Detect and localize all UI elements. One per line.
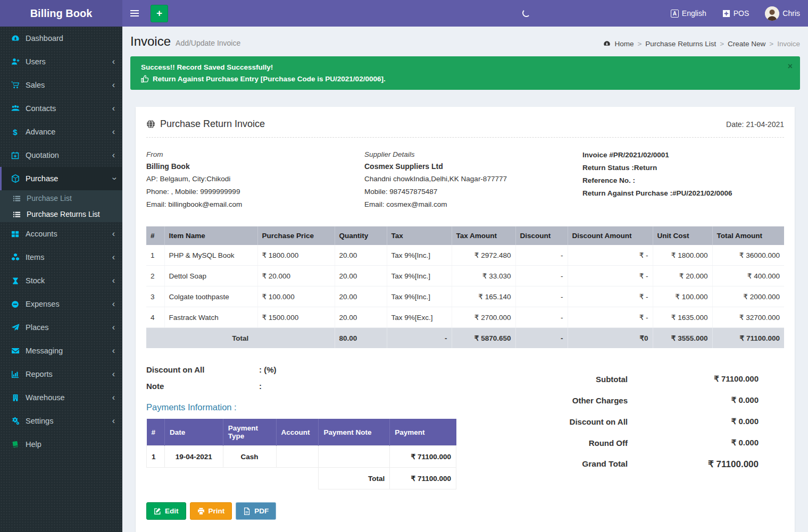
sidebar-item-quotation[interactable]: Quotation ‹ [0, 143, 122, 167]
sidebar-item-places[interactable]: Places ‹ [0, 316, 122, 339]
from-address: AP: Belgaum, City:Chikodi [146, 174, 364, 183]
book-icon [11, 441, 20, 449]
table-row: 1 19-04-2021 Cash ₹ 71100.000 [147, 446, 456, 468]
from-email: Email: billingbook@email.com [146, 200, 364, 209]
supplier-block: Supplier Details Cosmex Suppliers Ltd Ch… [364, 150, 582, 213]
user-name: Chris [782, 9, 800, 18]
chevron-left-icon: ‹ [112, 128, 115, 136]
sidebar-item-sales[interactable]: Sales ‹ [0, 73, 122, 97]
printer-icon [197, 508, 205, 515]
sidebar-item-messaging[interactable]: Messaging ‹ [0, 339, 122, 362]
invoice-parties: From Billing Book AP: Belgaum, City:Chik… [146, 150, 784, 213]
home-icon [603, 40, 611, 47]
print-button[interactable]: Print [190, 502, 232, 520]
summary-row: Subtotal ₹ 71100.000 [547, 368, 759, 390]
table-row: 1 PHP & MySQL Book ₹ 1800.000 20.00 Tax … [146, 245, 784, 266]
user-menu[interactable]: Chris [757, 0, 808, 27]
invoice-card-header: Purchase Return Invoice Date: 21-04-2021 [146, 119, 784, 138]
table-row: 3 Colgate toothpaste ₹ 100.000 20.00 Tax… [146, 286, 784, 307]
table-row: 4 Fastrack Watch ₹ 1500.000 20.00 Tax 9%… [146, 307, 784, 328]
sidebar-item-stock[interactable]: Stock ‹ [0, 269, 122, 292]
sidebar-item-expenses[interactable]: Expenses ‹ [0, 292, 122, 316]
breadcrumb-home[interactable]: Home [614, 40, 634, 48]
chevron-left-icon: ‹ [112, 417, 115, 425]
language-menu[interactable]: A English [663, 0, 714, 27]
loading-spinner-icon [522, 9, 530, 17]
items-table-header-row: # Item Name Purchase Price Quantity Tax … [146, 226, 784, 245]
hourglass-icon [11, 277, 20, 285]
invoice-card: Purchase Return Invoice Date: 21-04-2021… [136, 107, 795, 532]
sidebar-item-reports[interactable]: Reports ‹ [0, 362, 122, 386]
table-row: 2 Dettol Soap ₹ 20.000 20.00 Tax 9%[Inc.… [146, 266, 784, 286]
bar-chart-icon [11, 370, 20, 378]
sidebar-item-purchase[interactable]: Purchase ‹ [0, 167, 122, 190]
chevron-left-icon: ‹ [112, 347, 115, 355]
totals-summary: Subtotal ₹ 71100.000 Other Charges ₹ 0.0… [547, 365, 784, 520]
file-pdf-icon [243, 508, 251, 515]
pdf-button[interactable]: PDF [236, 502, 276, 520]
payments-heading: Payments Information : [146, 402, 547, 412]
sidebar-item-settings[interactable]: Settings ‹ [0, 409, 122, 433]
sidebar-item-accounts[interactable]: Accounts ‹ [0, 222, 122, 246]
close-icon[interactable]: × [788, 62, 793, 71]
supplier-email: Email: cosmex@mail.com [364, 200, 582, 209]
paper-plane-icon [11, 323, 20, 332]
breadcrumb-create-new[interactable]: Create New [728, 40, 765, 48]
note-row: Note : [146, 382, 547, 391]
sidebar-item-purchase-list[interactable]: Purchase List [0, 190, 122, 206]
quick-add-button[interactable]: + [151, 5, 168, 22]
from-name: Billing Book [146, 162, 364, 171]
chevron-left-icon: ‹ [112, 370, 115, 378]
edit-button[interactable]: Edit [146, 502, 186, 520]
edit-icon [154, 508, 161, 515]
sidebar-item-warehouse[interactable]: Warehouse ‹ [0, 386, 122, 409]
items-table: # Item Name Purchase Price Quantity Tax … [146, 226, 784, 348]
grid-icon [11, 230, 20, 238]
return-status: Return Status :Return [582, 163, 784, 172]
chevron-left-icon: ‹ [112, 323, 115, 332]
navbar: + A English POS Chris [122, 0, 808, 27]
breadcrumb: Home > Purchase Returns List > Create Ne… [603, 36, 800, 48]
chevron-left-icon: ‹ [112, 81, 115, 89]
breadcrumb-purchase-returns-list[interactable]: Purchase Returns List [645, 40, 716, 48]
pos-button[interactable]: POS [714, 0, 757, 27]
page-title: Invoice [130, 34, 171, 49]
discount-on-all-row: Discount on All : (%) [146, 365, 547, 374]
language-icon: A [671, 10, 679, 18]
gears-icon [11, 417, 20, 425]
sidebar-item-contacts[interactable]: Contacts ‹ [0, 97, 122, 120]
envelope-icon [11, 347, 20, 355]
chevron-left-icon: ‹ [112, 300, 115, 308]
cart-icon [11, 81, 20, 89]
supplier-address: Chandni chowkIndia,Delhi,KK Nagar-877777 [364, 174, 582, 183]
invoice-number: Invoice #PR/2021/02/0001 [582, 150, 784, 159]
cubes-icon [11, 253, 20, 261]
sidebar-item-items[interactable]: Items ‹ [0, 246, 122, 269]
sidebar-item-dashboard[interactable]: Dashboard [0, 27, 122, 50]
thumbs-up-icon [141, 75, 149, 83]
summary-row: Discount on All ₹ 0.000 [547, 411, 759, 432]
brand-logo[interactable]: Billing Book [0, 0, 122, 27]
sidebar-item-help[interactable]: Help [0, 433, 122, 456]
avatar [765, 6, 779, 21]
chevron-left-icon: ‹ [112, 57, 115, 66]
summary-row: Round Off ₹ 0.000 [547, 432, 759, 453]
sidebar-toggle-button[interactable] [122, 0, 147, 27]
top-bar: Billing Book + A English POS Chris [0, 0, 808, 27]
payments-section: Discount on All : (%) Note : Payments In… [146, 365, 547, 520]
sidebar-item-purchase-returns-list[interactable]: Purchase Returns List [0, 206, 122, 222]
items-table-total-row: Total 80.00 - ₹ 5870.650 - ₹0 ₹ 3555.000… [146, 328, 784, 349]
list-icon [13, 210, 21, 218]
chevron-left-icon: ‹ [112, 151, 115, 159]
list-icon [13, 195, 21, 202]
minus-circle-icon [11, 300, 20, 308]
payments-total-row: Total ₹ 71100.000 [147, 468, 456, 489]
chevron-left-icon: ‹ [112, 393, 115, 402]
page-subtitle: Add/Update Invoice [176, 36, 240, 47]
payments-header-row: # Date Payment Type Account Payment Note… [147, 419, 456, 446]
sidebar-item-advance[interactable]: $ Advance ‹ [0, 120, 122, 143]
sidebar-item-users[interactable]: Users ‹ [0, 50, 122, 73]
sidebar: Dashboard Users ‹ Sales ‹ Contacts ‹ $ A… [0, 27, 122, 532]
navbar-right: A English POS Chris [663, 0, 808, 27]
payments-table: # Date Payment Type Account Payment Note… [146, 419, 456, 489]
